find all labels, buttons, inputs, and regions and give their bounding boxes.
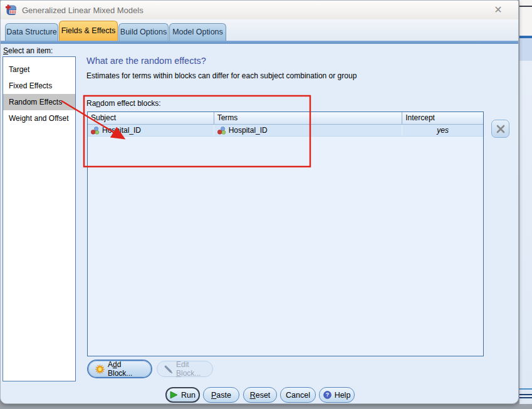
table-header-row: Subject Terms Intercept bbox=[88, 112, 483, 125]
nominal-variable-icon bbox=[217, 127, 226, 135]
tab-build-options[interactable]: Build Options bbox=[118, 23, 169, 41]
sidebar-item-random-effects[interactable]: Random Effects bbox=[3, 94, 75, 110]
random-effect-blocks-label: Random effect blocks: bbox=[86, 99, 161, 108]
random-effect-blocks-table[interactable]: Subject Terms Intercept Hospital_ID Hos bbox=[87, 111, 484, 356]
svg-text:?: ? bbox=[325, 391, 328, 398]
paste-label: Paste bbox=[211, 391, 231, 400]
glmm-dialog-window: Generalized Linear Mixed Models ✕ Data S… bbox=[0, 0, 519, 404]
item-list: Target Fixed Effects Random Effects Weig… bbox=[3, 56, 76, 381]
play-icon bbox=[170, 391, 178, 399]
background-statusbar-line bbox=[519, 397, 532, 398]
table-row[interactable]: Hospital_ID Hospital_ID yes bbox=[88, 125, 483, 137]
run-button[interactable]: Run bbox=[165, 387, 200, 403]
edit-block-label: Edit Block... bbox=[176, 360, 206, 378]
starburst-icon bbox=[95, 365, 105, 374]
page-title: What are the random effects? bbox=[86, 56, 206, 66]
select-item-label-rest: elect an item: bbox=[8, 46, 53, 55]
run-label: Run bbox=[181, 391, 196, 400]
select-item-label: Select an item: bbox=[3, 46, 53, 55]
tab-model-options[interactable]: Model Options bbox=[169, 23, 226, 41]
background-window-edge bbox=[519, 6, 532, 7]
background-window-strip bbox=[519, 0, 532, 404]
reset-label: Reset bbox=[250, 391, 271, 400]
subject-cell: Hospital_ID bbox=[88, 125, 214, 136]
paste-button[interactable]: Paste bbox=[203, 387, 239, 403]
column-header-subject[interactable]: Subject bbox=[88, 112, 214, 124]
help-button[interactable]: ? Help bbox=[319, 387, 355, 403]
column-header-intercept[interactable]: Intercept bbox=[402, 112, 483, 124]
sidebar-item-target[interactable]: Target bbox=[3, 61, 75, 78]
tab-fields-effects[interactable]: Fields & Effects bbox=[59, 21, 118, 41]
background-statusbar-line bbox=[519, 394, 532, 395]
terms-value: Hospital_ID bbox=[229, 125, 268, 136]
blocks-label-pre: Ra bbox=[86, 99, 96, 108]
tab-strip: Data Structure Fields & Effects Build Op… bbox=[1, 19, 518, 41]
page-subtitle: Estimates for terms within blocks can di… bbox=[86, 71, 357, 80]
intercept-cell: yes bbox=[402, 125, 483, 136]
background-toolbar-block bbox=[519, 38, 532, 61]
dialog-app-icon bbox=[5, 4, 18, 16]
window-title: Generalized Linear Mixed Models bbox=[22, 6, 143, 15]
sidebar-item-weight-offset[interactable]: Weight and Offset bbox=[3, 110, 75, 127]
title-bar: Generalized Linear Mixed Models ✕ bbox=[1, 1, 518, 20]
add-block-button[interactable]: Add Block... bbox=[88, 361, 151, 377]
help-icon: ? bbox=[323, 391, 331, 399]
select-item-label-mnemonic: S bbox=[3, 46, 8, 55]
tab-data-structure[interactable]: Data Structure bbox=[5, 23, 58, 41]
cancel-button[interactable]: Cancel bbox=[280, 387, 316, 403]
subject-value: Hospital_ID bbox=[102, 125, 141, 136]
close-icon[interactable]: ✕ bbox=[492, 4, 504, 16]
help-label: Help bbox=[335, 391, 351, 400]
add-block-label: Add Block... bbox=[108, 360, 144, 378]
edit-block-button[interactable]: Edit Block... bbox=[157, 361, 213, 377]
delete-block-button[interactable] bbox=[491, 120, 509, 138]
sidebar-item-fixed-effects[interactable]: Fixed Effects bbox=[3, 78, 75, 94]
reset-button[interactable]: Reset bbox=[243, 387, 277, 403]
column-header-terms[interactable]: Terms bbox=[214, 112, 403, 124]
tab-separator-band bbox=[1, 41, 518, 44]
blocks-label-rest: dom effect blocks: bbox=[100, 99, 161, 108]
terms-cell: Hospital_ID bbox=[214, 125, 403, 136]
pencil-icon bbox=[164, 365, 173, 374]
nominal-variable-icon bbox=[91, 127, 100, 135]
background-statusbar-line bbox=[519, 388, 532, 390]
delete-x-icon bbox=[496, 124, 506, 134]
